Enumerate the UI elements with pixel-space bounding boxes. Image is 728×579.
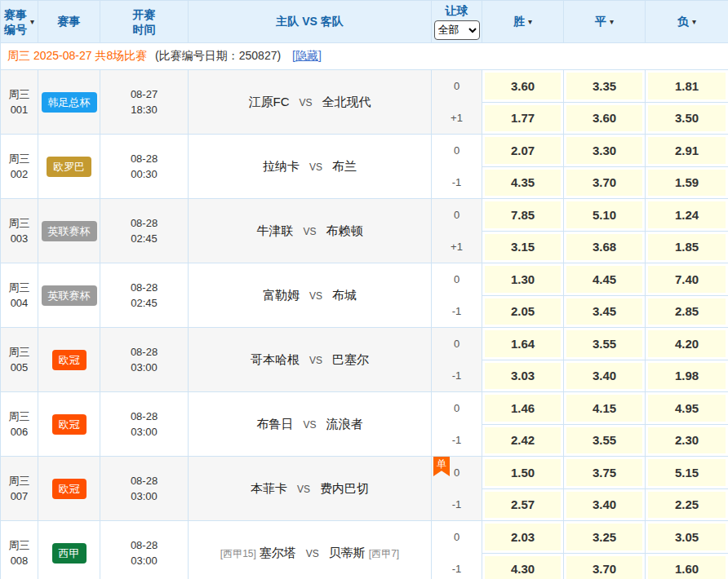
league-cell: 欧冠: [38, 457, 100, 521]
team-away: 全北现代: [322, 95, 371, 108]
odds-loss[interactable]: 4.95: [648, 395, 726, 422]
odds-win[interactable]: 2.57: [485, 492, 561, 519]
match-clock: 03:00: [100, 360, 188, 375]
odds-draw[interactable]: 3.55: [566, 330, 642, 357]
odds-draw-cell: 3.40: [564, 360, 646, 392]
odds-win-cell: 7.85: [482, 199, 564, 232]
match-row: 周三007欧冠08-2803:00本菲卡VS费内巴切单0-11.503.755.…: [1, 457, 728, 489]
odds-draw-cell: 5.10: [564, 199, 646, 232]
odds-draw-cell: 3.75: [564, 457, 646, 489]
odds-draw[interactable]: 4.45: [566, 266, 642, 293]
match-time: 08-2802:45: [100, 199, 189, 263]
odds-win[interactable]: 2.03: [485, 524, 561, 550]
odds-loss[interactable]: 1.81: [648, 73, 726, 99]
odds-draw[interactable]: 3.40: [566, 492, 642, 519]
header-win[interactable]: 胜 ▾: [482, 1, 564, 43]
odds-draw[interactable]: 3.35: [566, 73, 642, 99]
teams-cell: 本菲卡VS费内巴切: [189, 457, 432, 521]
odds-win[interactable]: 3.03: [485, 363, 561, 390]
sort-arrow-icon[interactable]: ▾: [610, 17, 614, 26]
odds-loss[interactable]: 7.40: [648, 266, 726, 293]
odds-draw[interactable]: 3.30: [566, 137, 642, 164]
odds-loss[interactable]: 4.20: [648, 330, 726, 357]
match-date: 08-28: [100, 473, 188, 488]
header-draw[interactable]: 平 ▾: [564, 1, 646, 43]
odds-loss[interactable]: 2.91: [648, 137, 726, 164]
odds-loss[interactable]: 2.85: [648, 298, 726, 325]
odds-win[interactable]: 4.35: [485, 170, 561, 197]
match-date: 08-28: [100, 537, 188, 553]
odds-draw[interactable]: 3.60: [566, 105, 642, 132]
odds-loss[interactable]: 1.59: [648, 170, 726, 197]
match-time: 08-2803:00: [100, 457, 189, 521]
odds-draw[interactable]: 3.70: [566, 170, 642, 197]
hide-link[interactable]: [隐藏]: [292, 49, 322, 62]
header-match-no[interactable]: 赛事编号 ▾: [1, 1, 38, 43]
match-time: 08-2718:30: [100, 70, 189, 135]
odds-win[interactable]: 2.07: [485, 137, 561, 164]
odds-win[interactable]: 7.85: [485, 201, 561, 228]
odds-win[interactable]: 1.64: [485, 330, 561, 357]
odds-win[interactable]: 3.15: [485, 234, 561, 261]
odds-draw-cell: 3.40: [564, 488, 646, 521]
handicap-filter-select[interactable]: 全部: [434, 20, 480, 40]
odds-loss[interactable]: 2.25: [648, 492, 726, 519]
odds-win[interactable]: 1.46: [485, 395, 561, 422]
sort-arrow-icon[interactable]: ▾: [30, 17, 34, 26]
odds-draw[interactable]: 4.15: [566, 395, 642, 422]
handicap-value: -1: [432, 424, 482, 456]
odds-loss[interactable]: 5.15: [648, 459, 726, 486]
odds-win[interactable]: 1.77: [485, 105, 561, 132]
odds-win[interactable]: 1.50: [485, 459, 561, 486]
header-match-no-label: 赛事编号: [4, 7, 27, 37]
match-day: 周三: [1, 409, 38, 424]
team-home: 哥本哈根: [251, 352, 300, 366]
odds-draw[interactable]: 3.70: [566, 556, 642, 579]
odds-loss[interactable]: 1.98: [648, 363, 726, 390]
match-clock: 02:45: [100, 295, 188, 311]
odds-loss[interactable]: 2.30: [648, 427, 726, 454]
league-badge: 英联赛杯: [42, 285, 97, 306]
odds-draw[interactable]: 3.25: [566, 524, 642, 550]
odds-loss[interactable]: 3.50: [648, 105, 726, 132]
odds-loss-cell: 1.85: [646, 231, 728, 263]
odds-draw[interactable]: 3.68: [566, 234, 642, 261]
odds-win-cell: 1.64: [482, 328, 564, 360]
vs-label: VS: [309, 355, 322, 366]
match-day: 周三: [1, 215, 38, 231]
header-loss-label: 负: [677, 15, 689, 29]
handicap-value: 0: [432, 392, 482, 424]
match-day: 周三: [1, 537, 38, 553]
match-no: 周三008: [1, 521, 38, 579]
odds-loss[interactable]: 1.24: [648, 201, 726, 228]
odds-draw-cell: 3.55: [564, 424, 646, 457]
league-badge: 欧罗巴: [47, 157, 91, 177]
odds-draw[interactable]: 3.40: [566, 363, 642, 390]
team-away: 费内巴切: [320, 481, 369, 495]
odds-draw[interactable]: 3.45: [566, 298, 642, 325]
odds-win-cell: 3.15: [482, 231, 564, 263]
match-number: 005: [1, 360, 38, 375]
odds-win[interactable]: 1.30: [485, 266, 561, 293]
teams-cell: 牛津联VS布赖顿: [189, 199, 432, 263]
header-loss[interactable]: 负 ▾: [646, 1, 728, 43]
odds-win[interactable]: 3.60: [485, 73, 561, 99]
league-badge: 欧冠: [52, 414, 87, 435]
odds-win[interactable]: 2.42: [485, 427, 561, 454]
odds-loss[interactable]: 1.85: [648, 234, 726, 261]
odds-loss[interactable]: 1.60: [648, 556, 726, 579]
vs-label: VS: [299, 97, 312, 108]
sort-arrow-icon[interactable]: ▾: [528, 17, 532, 26]
odds-loss[interactable]: 3.05: [648, 524, 726, 550]
match-date: 08-27: [100, 86, 188, 102]
handicap-cell: 0-1: [432, 392, 482, 457]
sort-arrow-icon[interactable]: ▾: [692, 17, 696, 26]
match-clock: 03:00: [100, 424, 188, 440]
vs-label: VS: [309, 161, 322, 173]
match-day: 周三: [1, 151, 38, 166]
odds-win[interactable]: 4.30: [485, 556, 561, 579]
odds-win[interactable]: 2.05: [485, 298, 561, 325]
odds-draw[interactable]: 3.55: [566, 427, 642, 454]
odds-draw[interactable]: 5.10: [566, 201, 642, 228]
odds-draw[interactable]: 3.75: [566, 459, 642, 486]
